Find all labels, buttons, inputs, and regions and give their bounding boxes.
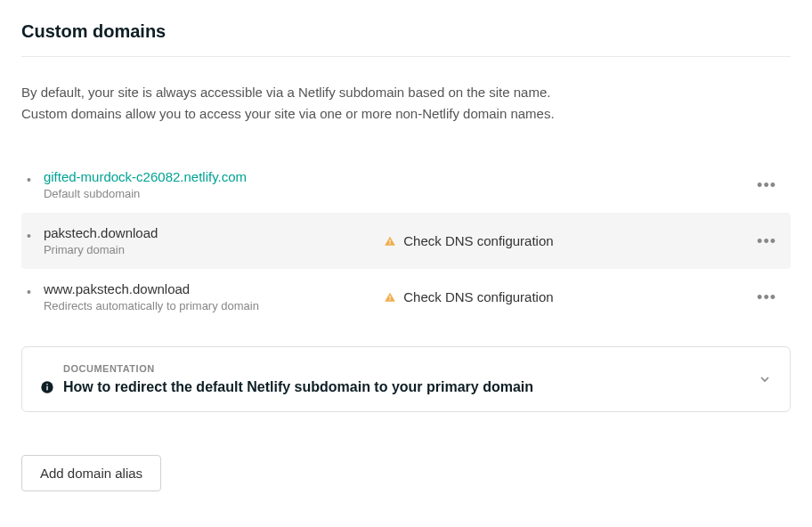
svg-rect-2 — [390, 296, 391, 298]
section-description: By default, your site is always accessib… — [21, 82, 791, 125]
svg-rect-1 — [390, 243, 391, 244]
domain-item: • gifted-murdock-c26082.netlify.com Defa… — [21, 157, 791, 213]
description-line: By default, your site is always accessib… — [21, 82, 791, 103]
domain-list: • gifted-murdock-c26082.netlify.com Defa… — [21, 157, 791, 325]
add-domain-alias-button[interactable]: Add domain alias — [21, 455, 161, 491]
warning-icon — [384, 291, 396, 304]
chevron-down-icon — [758, 372, 772, 386]
domain-item: • www.pakstech.download Redirects automa… — [21, 269, 791, 325]
domain-info: www.pakstech.download Redirects automati… — [44, 281, 384, 312]
section-title: Custom domains — [21, 21, 791, 57]
domain-info: pakstech.download Primary domain — [44, 225, 384, 256]
svg-rect-3 — [390, 299, 391, 300]
domain-subtext: Primary domain — [44, 243, 384, 256]
warning-icon — [384, 235, 396, 247]
domain-name: www.pakstech.download — [44, 281, 384, 296]
svg-rect-5 — [46, 386, 47, 391]
domain-info: gifted-murdock-c26082.netlify.com Defaul… — [44, 169, 384, 200]
domain-options-button[interactable]: ••• — [750, 286, 784, 309]
bullet-icon: • — [27, 225, 31, 243]
domain-options-button[interactable]: ••• — [750, 230, 784, 253]
documentation-box[interactable]: DOCUMENTATION How to redirect the defaul… — [21, 346, 791, 412]
domain-options-button[interactable]: ••• — [750, 174, 784, 197]
domain-subtext: Default subdomain — [44, 187, 384, 200]
bullet-icon: • — [27, 169, 31, 187]
svg-rect-0 — [390, 239, 391, 242]
domain-item: • pakstech.download Primary domain Check… — [21, 213, 791, 269]
description-line: Custom domains allow you to access your … — [21, 103, 791, 125]
dns-status-text: Check DNS configuration — [403, 233, 553, 248]
documentation-label: DOCUMENTATION — [63, 363, 758, 374]
documentation-title: How to redirect the default Netlify subd… — [63, 379, 533, 395]
domain-name-link[interactable]: gifted-murdock-c26082.netlify.com — [44, 169, 384, 184]
dns-status-text: Check DNS configuration — [403, 289, 553, 304]
info-icon — [40, 380, 54, 394]
dns-status-link[interactable]: Check DNS configuration — [384, 289, 553, 304]
dns-status-link[interactable]: Check DNS configuration — [384, 233, 553, 248]
bullet-icon: • — [27, 281, 31, 299]
svg-rect-6 — [46, 384, 47, 385]
domain-name: pakstech.download — [44, 225, 384, 240]
domain-subtext: Redirects automatically to primary domai… — [44, 299, 384, 312]
